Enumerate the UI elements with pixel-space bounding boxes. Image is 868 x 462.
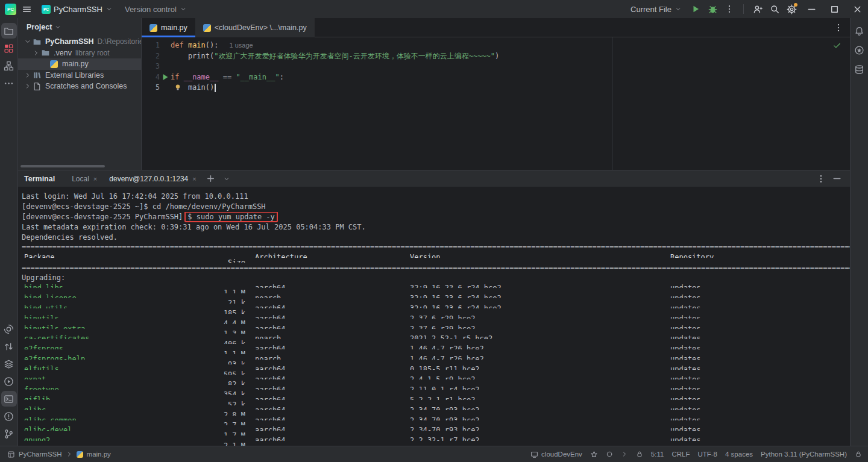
terminal-tab-1[interactable]: devenv@127.0.0.1:1234× <box>103 170 202 187</box>
code-editor[interactable]: 1def main():1 usage2 print("欢迎广大开发爱好者体验华… <box>142 37 850 170</box>
tree-item-main-py[interactable]: main.py <box>18 58 141 70</box>
caret-position-widget[interactable]: 5:11 <box>651 451 664 458</box>
editor-tab-0[interactable]: main.py <box>142 18 195 37</box>
more-actions-button[interactable] <box>722 1 737 17</box>
chevron-down-icon[interactable] <box>54 23 61 31</box>
right-margin-guide <box>612 37 613 170</box>
scratches-icon <box>32 82 42 91</box>
package-row: binutilsaarch642.37-6.r29.hce2updates4.4… <box>22 314 850 324</box>
services-icon[interactable] <box>1 356 17 372</box>
expand-status-icon[interactable] <box>621 451 628 458</box>
terminal-line: Last metadata expiration check: 0:39:31 … <box>22 222 850 233</box>
hamburger-menu-icon[interactable] <box>19 1 34 17</box>
tree-expand-icon[interactable] <box>23 72 32 79</box>
lock-small-icon[interactable] <box>636 451 643 458</box>
terminal-panel: Terminal Local×devenv@127.0.0.1:1234× La… <box>18 170 850 446</box>
python-file-icon <box>149 24 157 32</box>
tree-item-venv[interactable]: .venvlibrary root <box>18 48 141 59</box>
package-row: bind-libsaarch6432:9.16.23-6.r24.hce2upd… <box>22 283 850 293</box>
run-line-icon[interactable] <box>160 72 171 83</box>
tree-item-external-libraries[interactable]: External Libraries <box>18 70 141 81</box>
status-bar: PyCharmSSH main.py cloudDevEnv 5:11 CRLF… <box>0 446 868 462</box>
tree-item-label: .venv <box>54 49 72 57</box>
python-file-icon <box>77 451 83 458</box>
maximize-button[interactable] <box>823 0 845 18</box>
right-tool-strip <box>850 18 868 446</box>
project-icon[interactable] <box>1 23 17 39</box>
gutter-spacer <box>160 51 171 62</box>
hide-terminal-button[interactable] <box>829 172 844 186</box>
debug-button[interactable] <box>705 1 720 17</box>
ai-assistant-icon[interactable] <box>852 42 867 58</box>
project-selector[interactable]: PC PyCharmSSH <box>37 1 118 17</box>
line-number: 5 <box>142 83 160 93</box>
project-panel-title[interactable]: Project <box>27 23 52 31</box>
code-lines: 1def main():1 usage2 print("欢迎广大开发爱好者体验华… <box>142 40 850 93</box>
package-row: e2fsprogsaarch641.46.4-7.r26.hce2updates… <box>22 344 850 354</box>
intention-bulb-icon[interactable] <box>174 84 181 91</box>
terminal-dropdown-icon[interactable] <box>219 172 234 186</box>
new-terminal-button[interactable] <box>204 172 218 186</box>
left-strip-top <box>1 21 17 93</box>
tree-expand-icon[interactable] <box>23 83 32 90</box>
breadcrumb-project[interactable]: PyCharmSSH <box>19 451 62 458</box>
tree-item-scratches-and-consoles[interactable]: Scratches and Consoles <box>18 81 141 92</box>
run-configuration-selector[interactable]: Current File <box>626 1 687 17</box>
close-tab-icon[interactable]: × <box>93 176 97 183</box>
terminal-panel-title[interactable]: Terminal <box>24 175 55 183</box>
editor-tab-1[interactable]: <cloudDevEnv> \...\main.py <box>195 18 315 37</box>
problems-icon[interactable] <box>1 408 17 424</box>
code-line-1: 1def main():1 usage <box>142 40 850 51</box>
status-circle-icon[interactable] <box>606 451 613 458</box>
notifications-icon[interactable] <box>852 23 867 39</box>
run-tool-window-icon[interactable] <box>1 373 17 389</box>
tree-item-suffix: D:\Repositories\pyth <box>98 37 141 46</box>
readonly-lock-icon[interactable] <box>855 451 862 458</box>
indent-widget[interactable]: 4 spaces <box>725 451 753 458</box>
terminal-separator-line: ========================================… <box>22 242 850 252</box>
terminal-output[interactable]: Last login: Wed Jul 16 17:42:04 2025 fro… <box>18 187 850 446</box>
tree-expand-icon[interactable] <box>23 38 32 45</box>
terminal-options-icon[interactable] <box>814 172 828 186</box>
code-with-me-button[interactable] <box>750 1 766 17</box>
line-separator-widget[interactable]: CRLF <box>671 451 690 458</box>
project-badge-icon: PC <box>42 5 51 14</box>
tree-item-pycharmssh-root[interactable]: PyCharmSSHD:\Repositories\pyth <box>18 36 141 48</box>
terminal-icon[interactable] <box>1 391 17 407</box>
search-everywhere-button[interactable] <box>767 1 782 17</box>
code-line-4: 4if __name__ == "__main__": <box>142 72 850 83</box>
push-pull-icon[interactable] <box>1 339 17 354</box>
terminal-line: [devenv@ecs-devstage-2525 ~]$ cd /home/d… <box>22 202 850 212</box>
plugins-icon[interactable] <box>1 40 17 56</box>
code-line-3: 3 <box>142 61 850 72</box>
package-row: elfutilsaarch640.185-5.r11.hce2updates59… <box>22 364 850 375</box>
annotation-highlight-box: $ sudo yum update -y <box>184 212 278 222</box>
database-icon[interactable] <box>852 61 867 77</box>
tree-expand-icon[interactable] <box>31 49 40 57</box>
close-tab-icon[interactable]: × <box>192 176 196 183</box>
editor-options-icon[interactable] <box>831 20 846 36</box>
terminal-tab-0[interactable]: Local× <box>66 170 103 187</box>
structure-icon[interactable] <box>1 58 17 73</box>
terminal-command-line: [devenv@ecs-devstage-2525 PyCharmSSH]$ s… <box>22 212 850 222</box>
run-button[interactable] <box>688 1 703 17</box>
encoding-widget[interactable]: UTF-8 <box>697 451 717 458</box>
interpreter-widget[interactable]: Python 3.11 (PyCharmSSH) <box>761 451 847 458</box>
favorites-star-icon[interactable] <box>590 451 598 458</box>
libraries-icon <box>32 70 42 80</box>
version-control-icon[interactable] <box>1 426 17 442</box>
project-panel-scrollbar[interactable] <box>20 165 105 167</box>
settings-button[interactable] <box>784 1 799 17</box>
workspace: Project PyCharmSSHD:\Repositories\pyth.v… <box>0 18 868 446</box>
close-button[interactable] <box>846 0 868 18</box>
remote-env-widget[interactable]: cloudDevEnv <box>530 451 582 458</box>
usages-inlay-hint[interactable]: 1 usage <box>230 42 253 49</box>
more-tool-windows-icon[interactable] <box>1 75 17 91</box>
inspections-passed-icon[interactable] <box>832 41 841 50</box>
breadcrumb-file[interactable]: main.py <box>87 451 111 458</box>
left-tool-strip <box>0 18 18 446</box>
commit-icon[interactable] <box>1 321 17 337</box>
minimize-button[interactable] <box>800 0 822 18</box>
project-window-icon[interactable] <box>7 451 15 458</box>
vcs-selector[interactable]: Version control <box>120 1 192 17</box>
